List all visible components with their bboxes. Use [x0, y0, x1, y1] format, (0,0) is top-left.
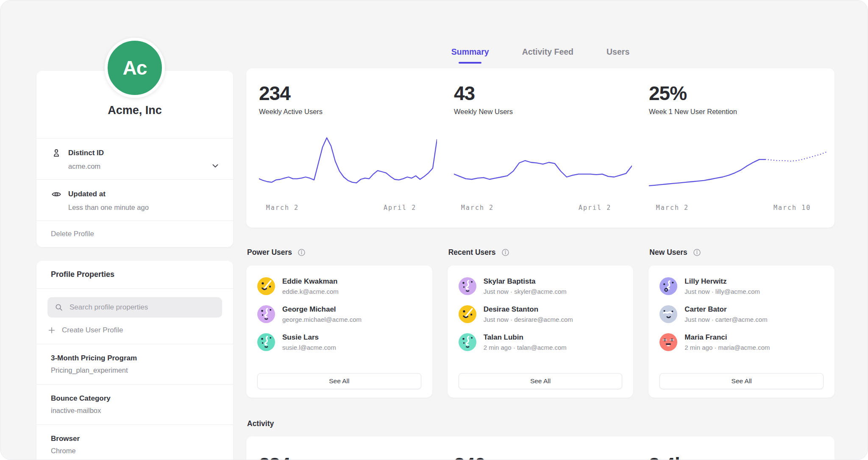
user-name: Talan Lubin: [484, 333, 567, 342]
axis-tick: March 2: [461, 204, 494, 212]
power-users-column: Power Users Eddie Kwakman eddie.k@acme.c…: [246, 248, 432, 398]
user-name: Eddie Kwakman: [282, 277, 339, 286]
user-avatar: [459, 333, 476, 351]
stat-label: Weekly Active Users: [259, 108, 437, 116]
app-frame: Ac Acme, Inc Distinct ID acme.com: [0, 0, 868, 460]
stat-week1-retention: 25% Week 1 New User Retention March 2 Ma…: [649, 84, 827, 212]
x-axis-labels: March 2 April 2: [259, 204, 437, 213]
stat-value: 43: [454, 84, 632, 103]
sparkline-chart: [259, 134, 437, 198]
chevron-down-icon[interactable]: [210, 161, 220, 171]
create-user-profile-button[interactable]: Create User Profile: [47, 326, 222, 335]
plus-icon: [47, 326, 56, 335]
property-value: Pricing_plan_experiment: [51, 366, 219, 374]
property-row[interactable]: Browser Chrome: [36, 424, 233, 460]
user-lists-row: Power Users Eddie Kwakman eddie.k@acme.c…: [246, 248, 835, 398]
user-detail: eddie.k@acme.com: [282, 288, 339, 295]
user-avatar: [257, 333, 275, 351]
user-avatar: [257, 277, 275, 295]
summary-stats-card: 234 Weekly Active Users March 2 April 2 …: [246, 68, 835, 228]
x-axis-labels: March 2 April 2: [454, 204, 632, 213]
updated-at-row: Updated at Less than one minute ago: [36, 179, 233, 220]
delete-profile-button[interactable]: Delete Profile: [36, 220, 233, 247]
user-list-item[interactable]: George Michael george.michael@acme.com: [257, 305, 421, 323]
user-list-item[interactable]: Maria Franci 2 min ago · maria@acme.com: [659, 333, 823, 351]
user-avatar: [459, 305, 476, 323]
property-value: Chrome: [51, 447, 219, 455]
user-list-item[interactable]: Lilly Herwitz Just now · lilly@acme.com: [659, 277, 823, 295]
user-detail: george.michael@acme.com: [282, 316, 362, 323]
user-list-item[interactable]: Carter Bator Just now · carter@acme.com: [659, 305, 823, 323]
see-all-button[interactable]: See All: [257, 373, 421, 389]
user-name: Skylar Baptista: [484, 277, 567, 286]
sparkline-chart: [649, 134, 827, 198]
list-title: Power Users: [247, 248, 292, 257]
recent-users-card: Skylar Baptista Just now · skyler@acme.c…: [448, 265, 634, 398]
stat-weekly-active-users: 234 Weekly Active Users March 2 April 2: [259, 84, 437, 212]
user-list-item[interactable]: Susie Lars susie.l@acme.com: [257, 333, 421, 351]
user-avatar: [659, 277, 677, 295]
stat-value: 234: [259, 84, 437, 103]
tab-activity-feed[interactable]: Activity Feed: [520, 47, 576, 64]
activity-metric: 234: [259, 453, 437, 460]
user-detail: Just now · carter@acme.com: [684, 316, 767, 323]
axis-tick: March 2: [266, 204, 299, 212]
user-avatar: [257, 305, 275, 323]
list-title: New Users: [649, 248, 687, 257]
axis-tick: April 2: [384, 204, 416, 212]
activity-section-title: Activity: [247, 419, 274, 428]
profile-properties-title: Profile Properties: [36, 261, 233, 288]
profile-properties-card: Profile Properties Create User Profile 3…: [36, 261, 233, 460]
user-name: Maria Franci: [684, 333, 770, 342]
property-name: Bounce Category: [51, 394, 219, 403]
axis-tick: March 2: [656, 204, 689, 212]
activity-card: 234 240 3.4k: [246, 436, 835, 460]
activity-metric: 240: [454, 453, 632, 460]
axis-tick: March 10: [773, 204, 811, 212]
x-axis-labels: March 2 March 10: [649, 204, 827, 213]
user-list-item[interactable]: Eddie Kwakman eddie.k@acme.com: [257, 277, 421, 295]
stat-label: Week 1 New User Retention: [649, 108, 827, 116]
create-user-profile-label: Create User Profile: [62, 326, 123, 335]
company-avatar: Ac: [105, 38, 165, 98]
see-all-button[interactable]: See All: [659, 373, 823, 389]
profile-properties-search: [47, 297, 222, 318]
field-value: acme.com: [68, 162, 219, 170]
eye-icon: [51, 189, 62, 200]
tab-summary[interactable]: Summary: [449, 47, 492, 64]
user-name: Lilly Herwitz: [684, 277, 760, 286]
user-detail: Just now · desirare@acme.com: [484, 316, 573, 323]
user-list-item[interactable]: Skylar Baptista Just now · skyler@acme.c…: [459, 277, 623, 295]
user-name: Carter Bator: [684, 305, 767, 314]
field-label: Distinct ID: [68, 149, 104, 157]
divider: [36, 288, 233, 289]
power-users-card: Eddie Kwakman eddie.k@acme.com George Mi…: [246, 265, 432, 398]
distinct-id-row: Distinct ID acme.com: [36, 138, 233, 179]
user-avatar: [459, 277, 476, 295]
search-input[interactable]: [69, 303, 215, 312]
user-list-item[interactable]: Desirae Stanton Just now · desirare@acme…: [459, 305, 623, 323]
property-name: 3-Month Pricing Program: [51, 354, 219, 362]
property-row[interactable]: 3-Month Pricing Program Pricing_plan_exp…: [36, 344, 233, 384]
tab-users[interactable]: Users: [604, 47, 632, 64]
user-name: George Michael: [282, 305, 362, 314]
user-detail: Just now · skyler@acme.com: [484, 288, 567, 295]
stat-label: Weekly New Users: [454, 108, 632, 116]
see-all-button[interactable]: See All: [459, 373, 623, 389]
info-icon[interactable]: [501, 248, 510, 257]
user-list-item[interactable]: Talan Lubin 2 min ago · talan@acme.com: [459, 333, 623, 351]
property-value: inactive-mailbox: [51, 407, 219, 415]
stat-weekly-new-users: 43 Weekly New Users March 2 April 2: [454, 84, 632, 212]
field-label: Updated at: [68, 190, 106, 198]
user-avatar: [659, 305, 677, 323]
user-detail: susie.l@acme.com: [282, 344, 336, 351]
info-icon[interactable]: [693, 248, 701, 257]
new-users-card: Lilly Herwitz Just now · lilly@acme.com …: [648, 265, 835, 398]
property-row[interactable]: Bounce Category inactive-mailbox: [36, 384, 233, 424]
user-detail: 2 min ago · maria@acme.com: [684, 344, 770, 351]
info-icon[interactable]: [297, 248, 306, 257]
search-icon: [54, 303, 64, 312]
stat-value: 25%: [649, 84, 827, 103]
user-detail: Just now · lilly@acme.com: [684, 288, 760, 295]
new-users-column: New Users Lilly Herwitz Just now · lilly…: [648, 248, 835, 398]
